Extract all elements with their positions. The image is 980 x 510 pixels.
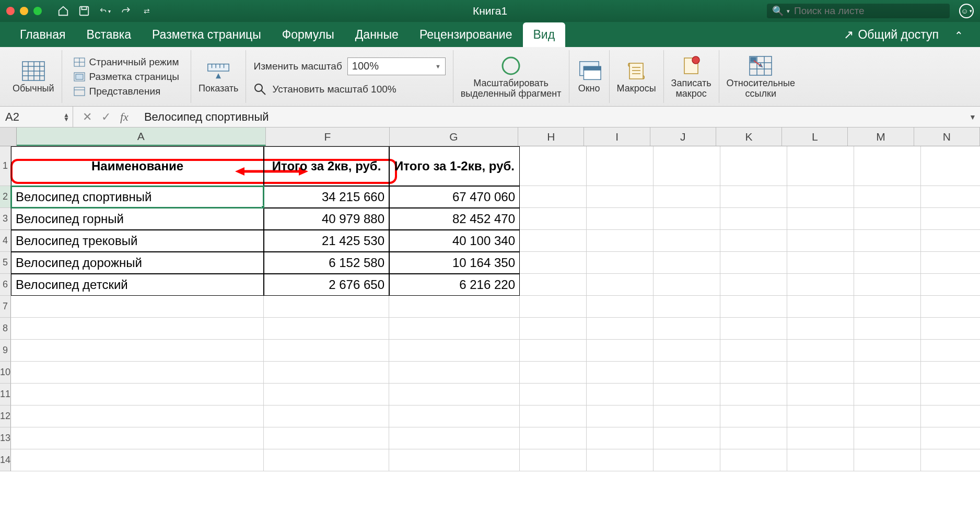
cell-empty[interactable] xyxy=(787,427,854,449)
feedback-icon[interactable]: ☺▾ xyxy=(959,4,974,18)
undo-icon[interactable]: ▾ xyxy=(99,5,111,17)
cell-empty[interactable] xyxy=(587,296,654,318)
tab-data[interactable]: Данные xyxy=(345,22,409,47)
cell-empty[interactable] xyxy=(264,405,389,427)
column-header-M[interactable]: M xyxy=(848,128,914,146)
column-header-G[interactable]: G xyxy=(390,128,519,146)
cell-empty[interactable] xyxy=(264,449,389,471)
cell-empty[interactable] xyxy=(264,362,389,384)
cell-F5[interactable]: 6 152 580 xyxy=(264,252,389,274)
column-header-L[interactable]: L xyxy=(782,128,848,146)
fx-icon[interactable]: fx xyxy=(120,110,129,124)
cell-empty[interactable] xyxy=(787,449,854,471)
row-header-4[interactable]: 4 xyxy=(0,230,11,252)
cell-empty[interactable] xyxy=(389,427,520,449)
collapse-ribbon-icon[interactable]: ⌃ xyxy=(947,24,971,47)
cell-empty[interactable] xyxy=(787,274,854,296)
cell-empty[interactable] xyxy=(921,340,980,362)
cell-empty[interactable] xyxy=(654,252,720,274)
cell-empty[interactable] xyxy=(854,340,921,362)
window-button[interactable]: Окно xyxy=(569,50,610,103)
cell-empty[interactable] xyxy=(854,318,921,340)
cell-empty[interactable] xyxy=(854,274,921,296)
tab-insert[interactable]: Вставка xyxy=(76,22,142,47)
cell-empty[interactable] xyxy=(587,427,654,449)
row-header-7[interactable]: 7 xyxy=(0,296,11,318)
cell-empty[interactable] xyxy=(720,384,787,405)
header-name[interactable]: Наименование xyxy=(11,146,264,186)
cell-empty[interactable] xyxy=(11,340,264,362)
cell-A4[interactable]: Велосипед трековый xyxy=(11,230,264,252)
expand-formula-icon[interactable]: ▼ xyxy=(965,113,980,121)
cell-empty[interactable] xyxy=(921,146,980,186)
cell-empty[interactable] xyxy=(520,449,587,471)
cell-empty[interactable] xyxy=(389,296,520,318)
cell-empty[interactable] xyxy=(787,252,854,274)
cell-empty[interactable] xyxy=(587,340,654,362)
cell-A6[interactable]: Велосипед детский xyxy=(11,274,264,296)
cell-empty[interactable] xyxy=(654,274,720,296)
cell-empty[interactable] xyxy=(921,427,980,449)
record-macro-button[interactable]: Записатьмакрос xyxy=(664,50,719,103)
search-input[interactable] xyxy=(794,5,944,17)
cell-empty[interactable] xyxy=(654,146,720,186)
cell-empty[interactable] xyxy=(854,230,921,252)
cell-empty[interactable] xyxy=(389,384,520,405)
cell-empty[interactable] xyxy=(389,405,520,427)
cell-empty[interactable] xyxy=(921,296,980,318)
show-button[interactable]: Показать xyxy=(191,50,247,103)
cell-empty[interactable] xyxy=(587,362,654,384)
column-header-K[interactable]: K xyxy=(716,128,782,146)
zoom-100-button[interactable]: Установить масштаб 100% xyxy=(253,83,396,96)
cell-empty[interactable] xyxy=(720,427,787,449)
cell-empty[interactable] xyxy=(587,208,654,230)
cell-empty[interactable] xyxy=(854,208,921,230)
close-window-icon[interactable] xyxy=(6,7,15,15)
redo-icon[interactable] xyxy=(120,5,132,17)
row-header-2[interactable]: 2 xyxy=(0,186,11,208)
cell-empty[interactable] xyxy=(587,318,654,340)
cell-empty[interactable] xyxy=(720,208,787,230)
cell-empty[interactable] xyxy=(520,384,587,405)
cell-empty[interactable] xyxy=(520,252,587,274)
home-icon[interactable] xyxy=(57,5,69,17)
cell-empty[interactable] xyxy=(520,318,587,340)
zoom-input[interactable]: 100%▼ xyxy=(347,57,446,75)
cell-empty[interactable] xyxy=(520,274,587,296)
relative-refs-button[interactable]: Относительныессылки xyxy=(719,50,802,103)
row-header-5[interactable]: 5 xyxy=(0,252,11,274)
cell-empty[interactable] xyxy=(520,427,587,449)
cell-empty[interactable] xyxy=(854,384,921,405)
cell-G5[interactable]: 10 164 350 xyxy=(389,252,520,274)
cell-empty[interactable] xyxy=(854,362,921,384)
cell-F4[interactable]: 21 425 530 xyxy=(264,230,389,252)
cell-empty[interactable] xyxy=(654,362,720,384)
cell-empty[interactable] xyxy=(921,186,980,208)
cell-empty[interactable] xyxy=(587,405,654,427)
cell-A2[interactable]: Велосипед спортивный xyxy=(11,186,264,208)
cell-empty[interactable] xyxy=(720,362,787,384)
row-header-14[interactable]: 14 xyxy=(0,449,11,471)
cell-empty[interactable] xyxy=(264,340,389,362)
cell-empty[interactable] xyxy=(11,405,264,427)
cell-empty[interactable] xyxy=(720,296,787,318)
row-header-8[interactable]: 8 xyxy=(0,318,11,340)
column-header-A[interactable]: A xyxy=(17,128,266,146)
cell-empty[interactable] xyxy=(787,186,854,208)
cell-empty[interactable] xyxy=(11,362,264,384)
cell-empty[interactable] xyxy=(520,230,587,252)
cell-empty[interactable] xyxy=(787,208,854,230)
cell-empty[interactable] xyxy=(264,384,389,405)
column-header-N[interactable]: N xyxy=(914,128,980,146)
row-header-9[interactable]: 9 xyxy=(0,340,11,362)
minimize-window-icon[interactable] xyxy=(20,7,28,15)
cell-empty[interactable] xyxy=(720,146,787,186)
macros-button[interactable]: Макросы xyxy=(610,50,664,103)
tab-page-layout[interactable]: Разметка страницы xyxy=(142,22,272,47)
column-header-I[interactable]: I xyxy=(584,128,650,146)
cell-empty[interactable] xyxy=(264,296,389,318)
cell-empty[interactable] xyxy=(11,318,264,340)
cell-F3[interactable]: 40 979 880 xyxy=(264,208,389,230)
cell-empty[interactable] xyxy=(520,146,587,186)
column-header-J[interactable]: J xyxy=(650,128,716,146)
